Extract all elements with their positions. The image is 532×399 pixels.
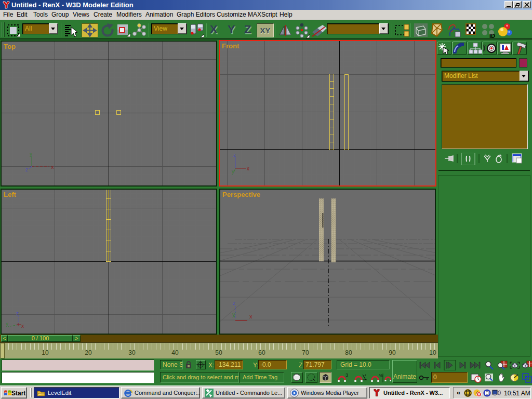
- svg-text:y: y: [30, 152, 32, 157]
- svg-text:z: z: [233, 300, 235, 306]
- svg-text:3: 3: [345, 373, 348, 378]
- svg-text:y: y: [6, 321, 8, 327]
- svg-text:x: x: [51, 164, 54, 170]
- svg-text:x: x: [21, 323, 24, 329]
- svg-text:ID: ID: [489, 33, 495, 38]
- svg-text:z: z: [16, 311, 19, 316]
- svg-text:x: x: [247, 166, 249, 171]
- svg-text:x: x: [249, 313, 252, 320]
- svg-text:z: z: [25, 167, 28, 172]
- svg-text:y: y: [232, 312, 235, 317]
- svg-text:y: y: [232, 169, 234, 175]
- svg-text:%: %: [379, 373, 383, 378]
- svg-text:z: z: [233, 153, 236, 158]
